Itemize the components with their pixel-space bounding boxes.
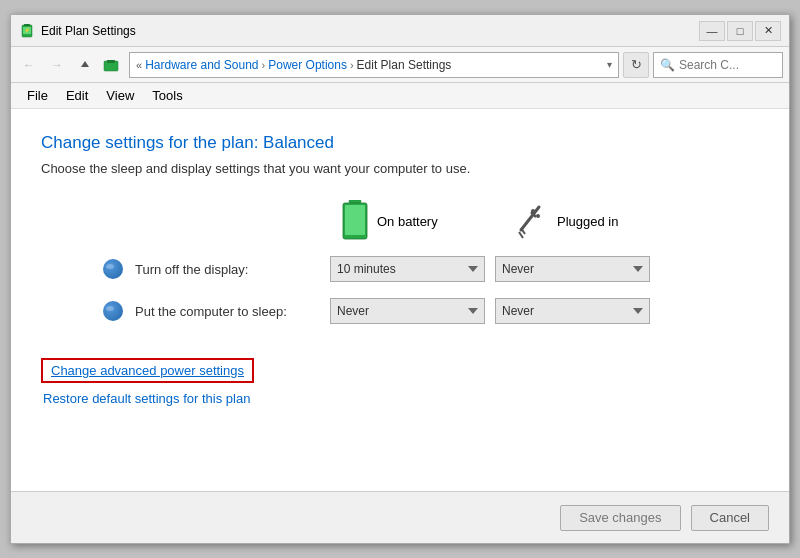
svg-rect-1 [24,24,30,26]
menu-view[interactable]: View [98,85,142,106]
svg-rect-5 [107,60,115,63]
content-area: Change settings for the plan: Balanced C… [11,109,789,491]
title-bar: ⚡ Edit Plan Settings — □ ✕ [11,15,789,47]
window-controls: — □ ✕ [699,21,781,41]
breadcrumb-current: Edit Plan Settings [357,58,452,72]
page-title: Change settings for the plan: Balanced [41,133,759,153]
breadcrumb: « Hardware and Sound › Power Options › E… [136,58,603,72]
cancel-button[interactable]: Cancel [691,505,769,531]
display-setting-controls: 1 minute 2 minutes 3 minutes 5 minutes 1… [330,256,650,282]
svg-line-9 [521,207,539,230]
battery-icon [341,200,369,242]
svg-point-12 [536,214,540,218]
maximize-button[interactable]: □ [727,21,753,41]
address-box[interactable]: « Hardware and Sound › Power Options › E… [129,52,619,78]
breadcrumb-hardware[interactable]: Hardware and Sound [145,58,258,72]
plugged-column-label: Plugged in [557,214,618,229]
address-dropdown-icon[interactable]: ▾ [607,59,612,70]
svg-rect-8 [345,205,365,235]
refresh-button[interactable]: ↻ [623,52,649,78]
globe-icon-2 [103,301,123,321]
footer: Save changes Cancel [11,491,789,543]
menu-bar: File Edit View Tools [11,83,789,109]
breadcrumb-power[interactable]: Power Options [268,58,347,72]
minimize-button[interactable]: — [699,21,725,41]
window-icon: ⚡ [19,23,35,39]
svg-text:⚡: ⚡ [24,27,31,34]
search-box: 🔍 [653,52,783,78]
battery-column-label: On battery [377,214,438,229]
address-bar: ← → « Hardware and Sound › Power Options… [11,47,789,83]
save-changes-button[interactable]: Save changes [560,505,680,531]
display-setting-row: Turn off the display: 1 minute 2 minutes… [101,256,759,282]
globe-icon [103,259,123,279]
svg-rect-6 [349,200,361,203]
search-input[interactable] [679,58,776,72]
battery-column-header: On battery [341,200,511,242]
sleep-battery-dropdown[interactable]: 1 minute 2 minutes 5 minutes 10 minutes … [330,298,485,324]
menu-edit[interactable]: Edit [58,85,96,106]
plugged-icon [511,202,549,240]
forward-button[interactable]: → [45,53,69,77]
sleep-plugged-dropdown[interactable]: 1 minute 2 minutes 5 minutes 10 minutes … [495,298,650,324]
menu-tools[interactable]: Tools [144,85,190,106]
menu-file[interactable]: File [19,85,56,106]
page-subtitle: Choose the sleep and display settings th… [41,161,759,176]
restore-defaults-link[interactable]: Restore default settings for this plan [41,391,759,406]
main-window: ⚡ Edit Plan Settings — □ ✕ ← → « Ha [10,14,790,544]
display-setting-label: Turn off the display: [135,262,330,277]
sleep-setting-icon [101,299,125,323]
settings-area: On battery Plugged in [41,200,759,340]
up-button[interactable] [73,53,97,77]
sleep-setting-row: Put the computer to sleep: 1 minute 2 mi… [101,298,759,324]
svg-point-11 [531,209,535,213]
sleep-setting-label: Put the computer to sleep: [135,304,330,319]
plugged-column-header: Plugged in [511,200,681,242]
display-battery-dropdown[interactable]: 1 minute 2 minutes 3 minutes 5 minutes 1… [330,256,485,282]
search-icon: 🔍 [660,58,675,72]
close-button[interactable]: ✕ [755,21,781,41]
display-plugged-dropdown[interactable]: 1 minute 2 minutes 5 minutes 10 minutes … [495,256,650,282]
links-area: Change advanced power settings Restore d… [41,358,759,406]
display-setting-icon [101,257,125,281]
svg-line-14 [519,232,523,238]
back-button[interactable]: ← [17,53,41,77]
advanced-settings-link[interactable]: Change advanced power settings [41,358,254,383]
window-title: Edit Plan Settings [41,24,699,38]
sleep-setting-controls: 1 minute 2 minutes 5 minutes 10 minutes … [330,298,650,324]
